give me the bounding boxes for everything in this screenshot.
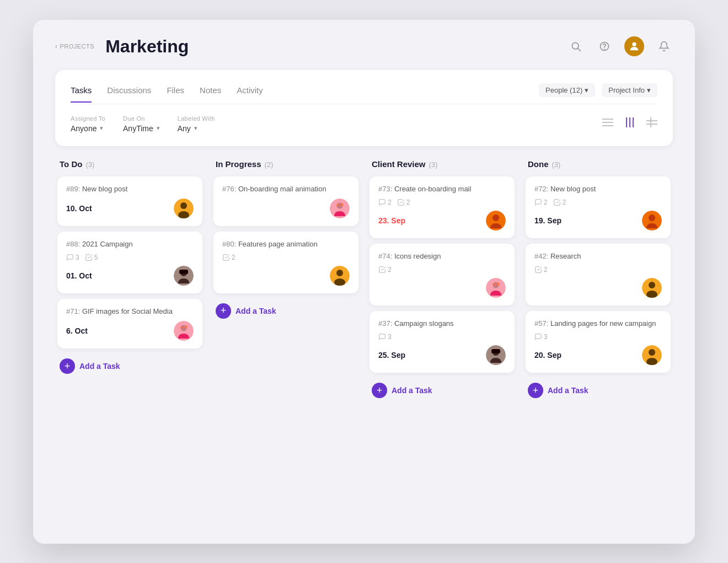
back-button[interactable]: ‹ PROJECTS: [55, 42, 94, 50]
tab-notes[interactable]: Notes: [200, 85, 221, 103]
svg-point-29: [336, 270, 343, 276]
due-on-select[interactable]: AnyTime ▾: [123, 124, 160, 133]
svg-point-46: [649, 349, 655, 356]
header-actions: [567, 36, 673, 56]
task-meta: 23. Sep: [378, 211, 506, 230]
assigned-to-chevron-icon: ▾: [100, 125, 103, 132]
page-title: Marketing: [105, 36, 189, 57]
task-meta: [378, 278, 506, 298]
task-avatar: [486, 278, 506, 298]
labeled-with-select[interactable]: Any ▾: [178, 124, 215, 133]
assigned-to-select[interactable]: Anyone ▾: [71, 124, 105, 133]
column-count-todo: (3): [85, 160, 94, 169]
header: ‹ PROJECTS Marketing: [55, 36, 673, 57]
task-meta: [222, 266, 350, 286]
task-avatar: [174, 321, 194, 341]
svg-rect-19: [179, 270, 188, 274]
task-title: #42: Research: [534, 251, 662, 261]
column-title-todo: To Do: [60, 159, 82, 169]
task-title: #37: Campaign slogans: [378, 319, 506, 329]
task-indicators: 2 2: [534, 199, 662, 206]
user-avatar[interactable]: [624, 36, 644, 56]
column-count-inprogress: (2): [265, 160, 274, 169]
people-button[interactable]: People (12) ▾: [539, 83, 595, 97]
task-meta: 6. Oct: [66, 321, 194, 341]
svg-point-3: [604, 49, 605, 50]
add-task-button-done[interactable]: + Add a Task: [526, 378, 671, 403]
task-title: #76: On-boarding mail animation: [222, 184, 350, 194]
svg-point-4: [632, 42, 636, 46]
subtask-indicator: 2: [222, 254, 235, 261]
people-chevron-icon: ▾: [585, 86, 588, 94]
add-task-label: Add a Task: [235, 307, 276, 315]
task-card[interactable]: #42: Research 2: [526, 244, 671, 305]
svg-point-36: [497, 282, 500, 285]
add-task-circle-icon: +: [528, 383, 543, 398]
tab-tasks[interactable]: Tasks: [71, 85, 92, 103]
task-avatar: [486, 211, 506, 230]
filters-bar: Assigned To Anyone ▾ Due On AnyTime ▾ La…: [71, 115, 657, 133]
task-title: #71: GIF images for Social Media: [66, 307, 194, 317]
task-indicators: 2 2: [378, 199, 506, 206]
column-title-done: Done: [528, 159, 549, 169]
due-on-filter: Due On AnyTime ▾: [123, 115, 160, 133]
task-card[interactable]: #57: Landing pages for new campaign 3 20…: [526, 311, 671, 373]
task-card[interactable]: #74: Icons redesign 2: [370, 244, 515, 305]
due-on-chevron-icon: ▾: [157, 125, 160, 132]
svg-point-43: [649, 282, 655, 288]
task-meta: [222, 199, 350, 218]
svg-point-32: [493, 215, 499, 221]
search-icon[interactable]: [567, 37, 585, 55]
tabs-list: Tasks Discussions Files Notes Activity: [71, 85, 263, 102]
add-task-button-todo[interactable]: + Add a Task: [57, 354, 202, 378]
add-task-label: Add a Task: [548, 386, 588, 395]
task-indicators: 3: [378, 333, 506, 341]
svg-point-35: [493, 283, 495, 286]
subtask-indicator: 2: [378, 266, 392, 274]
header-left: ‹ PROJECTS Marketing: [55, 36, 189, 57]
task-card[interactable]: #89: New blog post 10. Oct: [57, 176, 202, 226]
project-info-chevron-icon: ▾: [647, 86, 651, 94]
task-card[interactable]: #76: On-boarding mail animation: [213, 176, 358, 226]
grid-view-toggle[interactable]: [646, 117, 657, 130]
column-title-inprogress: In Progress: [216, 159, 261, 169]
labeled-with-filter: Labeled With Any ▾: [178, 115, 215, 133]
add-task-circle-icon: +: [216, 303, 231, 319]
tabs-bar: Tasks Discussions Files Notes Activity P…: [71, 83, 657, 104]
task-card[interactable]: #80: Features page animation 2: [213, 232, 358, 293]
add-task-button-clientreview[interactable]: + Add a Task: [370, 378, 515, 403]
task-meta: 10. Oct: [66, 199, 194, 218]
tab-discussions[interactable]: Discussions: [107, 85, 151, 103]
task-avatar: [174, 266, 194, 286]
labeled-with-label: Labeled With: [178, 115, 215, 122]
kanban-view-toggle[interactable]: [624, 117, 635, 130]
kanban-column-todo: To Do (3) #89: New blog post 10. Oct #88…: [57, 159, 202, 403]
tab-activity[interactable]: Activity: [237, 85, 263, 103]
task-card[interactable]: #71: GIF images for Social Media 6. Oct: [57, 299, 202, 348]
task-card[interactable]: #37: Campaign slogans 3 25. Sep: [370, 311, 515, 373]
task-date: 10. Oct: [66, 204, 92, 213]
task-indicators: 2: [222, 254, 350, 261]
tabs-right-actions: People (12) ▾ Project Info ▾: [539, 83, 657, 104]
task-avatar: [330, 199, 350, 218]
add-task-button-inprogress[interactable]: + Add a Task: [213, 299, 358, 323]
column-title-clientreview: Client Review: [372, 159, 426, 169]
tab-files[interactable]: Files: [167, 85, 184, 103]
task-indicators: 2: [534, 266, 662, 274]
project-info-button[interactable]: Project Info ▾: [602, 83, 657, 97]
labeled-with-chevron-icon: ▾: [194, 125, 197, 132]
task-card[interactable]: #72: New blog post 2 2 19. Sep: [526, 176, 671, 238]
due-on-value: AnyTime: [123, 124, 153, 133]
list-view-toggle[interactable]: [602, 117, 613, 130]
notification-icon[interactable]: [655, 37, 673, 55]
kanban-column-done: Done (3) #72: New blog post 2 2 19. Sep …: [526, 159, 671, 403]
task-avatar: [642, 211, 662, 230]
task-card[interactable]: #73: Create on-boarding mail 2 2 23. Sep: [370, 176, 515, 238]
task-card[interactable]: #88: 2021 Campaign 3 5 01. Oct: [57, 232, 202, 293]
subtask-indicator: 5: [85, 254, 98, 261]
task-title: #72: New blog post: [534, 184, 662, 194]
add-task-circle-icon: +: [60, 358, 75, 374]
help-icon[interactable]: [596, 37, 613, 55]
back-label: PROJECTS: [60, 43, 95, 50]
task-date: 23. Sep: [378, 216, 405, 225]
